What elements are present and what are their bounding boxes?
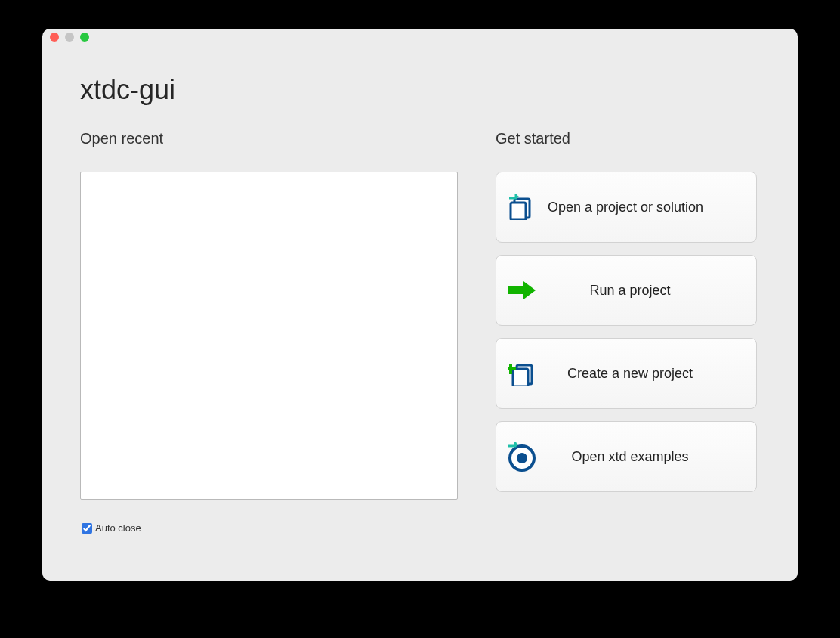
create-project-button[interactable]: Create a new project [496,338,757,409]
open-recent-column: Open recent Auto close [80,130,458,534]
run-arrow-icon [507,275,537,305]
open-examples-label: Open xtd examples [537,449,746,465]
svg-rect-1 [511,203,526,220]
app-window: xtdc-gui Open recent Auto close Get star… [42,29,798,581]
open-recent-heading: Open recent [80,130,458,147]
columns: Open recent Auto close Get started [80,130,760,534]
open-project-button[interactable]: Open a project or solution [496,172,757,243]
recent-projects-list[interactable] [80,172,458,500]
window-minimize-button[interactable] [65,33,74,42]
get-started-heading: Get started [496,130,760,147]
svg-point-8 [517,453,527,463]
window-close-button[interactable] [50,33,59,42]
svg-rect-2 [508,286,523,294]
open-project-icon [507,192,537,222]
examples-icon [507,441,537,472]
auto-close-checkbox[interactable] [82,523,92,534]
svg-rect-6 [508,367,516,370]
run-project-button[interactable]: Run a project [496,255,757,326]
window-maximize-button[interactable] [80,33,89,42]
auto-close-label: Auto close [95,522,141,534]
get-started-column: Get started Open a project or solution [496,130,760,534]
create-project-icon [507,358,537,389]
svg-rect-4 [513,369,528,386]
content-area: xtdc-gui Open recent Auto close Get star… [42,45,798,549]
auto-close-row[interactable]: Auto close [80,522,458,534]
app-title: xtdc-gui [80,74,760,106]
open-project-label: Open a project or solution [537,200,746,215]
run-project-label: Run a project [537,283,746,299]
titlebar [42,29,798,45]
create-project-label: Create a new project [537,366,746,382]
open-examples-button[interactable]: Open xtd examples [496,421,757,492]
